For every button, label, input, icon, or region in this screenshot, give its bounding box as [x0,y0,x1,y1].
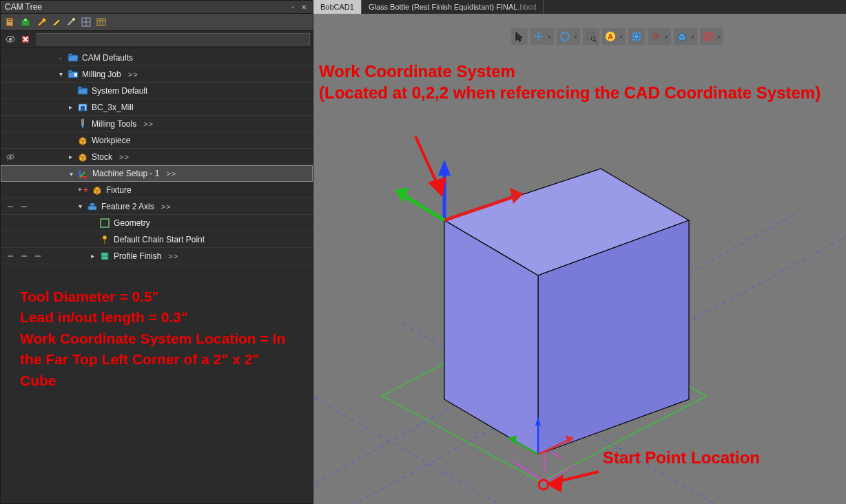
close-icon[interactable]: ✕ [299,3,309,11]
gutter-col-1 [17,50,31,66]
tab-0[interactable]: BobCAD1 [313,0,362,14]
expander-icon[interactable]: ▸ [87,252,97,260]
expander-icon[interactable]: ▾ [66,170,76,178]
gutter-col-1[interactable] [17,248,31,264]
vp-box3d-icon[interactable]: ▼ [673,28,698,45]
tree-item-machine-setup[interactable]: ▾Machine Setup - 1>> [1,165,313,182]
tree-item-cam-defaults[interactable]: -CAM Defaults [1,50,313,66]
tree-item-bc-3x-mill[interactable]: ▸BC_3x_Mill [1,99,313,116]
gutter-col-0 [3,215,17,231]
cube-y-icon [91,185,103,196]
tab-1[interactable]: Glass Bottle (Rest Finish Equidistant) F… [362,0,544,14]
expander-icon[interactable]: ▾ [75,202,85,210]
tree-item-label: Feature 2 Axis [101,202,154,211]
vp-analyze-icon[interactable]: A▼ [601,28,626,45]
tree-item-workpiece[interactable]: Workpiece [1,132,313,149]
panel-title-bar: CAM Tree ▫ ✕ [1,1,313,14]
cam-tree-panel: CAM Tree ▫ ✕ -CAM Defaults▾Milling Job>>… [0,0,313,504]
chevron-right-icon[interactable]: >> [161,202,172,211]
tree-item-label: Geometry [114,218,150,228]
filter-visibility-icon[interactable] [3,32,17,46]
pin-icon[interactable]: ▫ [289,3,296,11]
chevron-right-icon[interactable]: >> [168,252,178,260]
vp-pan-icon[interactable]: ▼ [530,28,555,45]
gutter-col-0 [3,182,17,198]
annotation-wcs: Work Coordinate System (Located at 0,2,2… [319,61,829,103]
svg-rect-2 [8,21,12,22]
cube-y-icon [76,135,89,146]
chevron-right-icon[interactable]: >> [128,70,138,78]
tree-item-geometry[interactable]: Geometry [1,215,313,231]
toolbar-doc-icon[interactable] [3,15,17,29]
folder-icon [67,52,79,63]
svg-rect-37 [101,219,109,227]
tree-item-feature-2axis[interactable]: ▾Feature 2 Axis>> [1,198,313,215]
expander-icon[interactable]: - [56,54,65,61]
svg-line-71 [402,194,444,220]
svg-rect-36 [90,203,94,206]
toolbar-grid-icon[interactable] [79,15,93,29]
tree-item-milling-job[interactable]: ▾Milling Job>> [1,66,313,83]
svg-rect-33 [8,206,13,207]
viewport-3d[interactable]: ▼ ▼ A▼ ▼ ▼ ▼ Work Coordinate System (Loc… [313,14,846,504]
tree-item-label: Milling Tools [92,119,136,129]
tree-item-milling-tools[interactable]: Milling Tools>> [1,116,313,132]
tree-item-label: BC_3x_Mill [92,103,134,112]
chevron-right-icon[interactable]: >> [166,169,176,178]
toolbar-edit-icon[interactable] [49,15,63,29]
filter-spacer [37,33,310,45]
tree-scroll[interactable]: -CAM Defaults▾Milling Job>>System Defaul… [1,48,313,503]
op-icon [99,251,111,262]
toolbar-table-icon[interactable] [94,15,108,29]
svg-rect-42 [35,255,41,257]
sysfolder-icon [76,85,89,96]
svg-point-45 [561,32,569,41]
svg-rect-46 [587,32,594,39]
gutter-col-1[interactable] [17,198,31,215]
gutter-col-0 [3,99,17,116]
filter-delete-icon[interactable] [19,32,32,46]
svg-rect-26 [81,119,84,125]
chevron-right-icon[interactable]: >> [143,120,154,128]
add-icon[interactable]: + [83,185,88,195]
pin-icon [99,234,111,245]
vp-globe-icon[interactable] [628,28,646,45]
document-tabs: BobCAD1Glass Bottle (Rest Finish Equidis… [313,0,846,14]
vp-zoomwindow-icon[interactable] [582,28,600,45]
vp-disabled-icon[interactable]: ▼ [699,28,724,45]
svg-point-51 [632,32,641,41]
chevron-right-icon[interactable]: >> [119,153,130,161]
gutter-col-2 [31,116,45,132]
gutter-col-0 [3,50,17,66]
gutter-col-1 [18,165,32,182]
gutter-col-2 [31,215,45,231]
tree-item-profile-finish[interactable]: ▸Profile Finish>> [1,248,313,264]
toolbar-import-icon[interactable] [19,15,32,29]
feat-icon [86,201,99,212]
annotation-tool-params: Tool Diameter = 0.5" Lead in/out length … [1,266,313,398]
tree-item-stock[interactable]: ▸Stock>> [1,149,313,165]
gutter-col-0[interactable] [3,149,17,165]
toolbar-wrench-icon[interactable] [34,15,48,29]
tree-item-fixture[interactable]: ++Fixture [1,182,313,198]
gutter-col-0[interactable] [3,198,17,215]
vp-cursor-icon[interactable] [510,28,528,45]
expander-icon[interactable]: ▸ [65,153,75,160]
gutter-col-0 [3,132,17,149]
svg-line-72 [415,136,437,185]
tree-item-label: System Default [92,86,147,96]
tree-item-chain-start[interactable]: Default Chain Start Point [1,231,313,248]
expander-icon[interactable]: ▾ [56,70,65,78]
tree-item-system-default[interactable]: System Default [1,83,313,99]
toolbar-wand-icon[interactable] [64,15,78,29]
svg-point-5 [72,18,75,21]
vp-orbit-icon[interactable]: ▼ [556,28,581,45]
svg-rect-18 [68,54,72,56]
vp-snap-icon[interactable]: ▼ [647,28,672,45]
gutter-col-2[interactable] [31,248,45,264]
geom-icon [99,218,111,229]
gutter-col-2 [31,66,45,83]
gutter-col-0[interactable] [3,248,17,264]
expander-icon[interactable]: ▸ [65,103,75,111]
svg-line-32 [80,172,85,177]
